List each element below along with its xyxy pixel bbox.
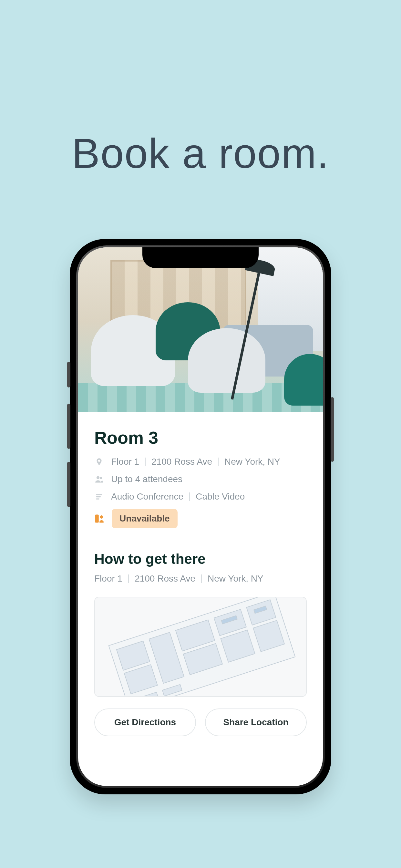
phone-screen: Room 3 Floor 1 2100 Ross Ave New York, N… xyxy=(78,247,323,786)
location-pin-icon xyxy=(94,457,104,467)
location-city: New York, NY xyxy=(208,574,264,584)
svg-point-1 xyxy=(100,477,102,479)
separator xyxy=(128,575,129,583)
separator xyxy=(201,575,202,583)
list-icon xyxy=(94,492,104,501)
room-amenities-row: Audio Conference Cable Video xyxy=(94,492,307,502)
amenity-item: Cable Video xyxy=(196,492,245,502)
room-title: Room 3 xyxy=(94,428,307,447)
svg-rect-3 xyxy=(96,496,101,497)
floorplan-map[interactable] xyxy=(94,597,307,697)
amenity-item: Audio Conference xyxy=(111,492,183,502)
get-directions-button[interactable]: Get Directions xyxy=(94,709,196,736)
phone-side-button xyxy=(67,462,70,507)
directions-heading: How to get there xyxy=(94,551,307,567)
room-status-row: Unavailable xyxy=(94,509,307,528)
room-capacity-row: Up to 4 attendees xyxy=(94,474,307,485)
location-city: New York, NY xyxy=(224,457,280,467)
svg-rect-5 xyxy=(95,515,99,523)
room-details: Room 3 Floor 1 2100 Ross Ave New York, N… xyxy=(78,412,323,736)
svg-rect-2 xyxy=(96,494,102,495)
separator xyxy=(218,458,219,466)
location-floor: Floor 1 xyxy=(94,574,122,584)
directions-actions: Get Directions Share Location xyxy=(94,709,307,736)
marketing-headline: Book a room. xyxy=(0,129,401,178)
share-location-button[interactable]: Share Location xyxy=(205,709,307,736)
room-location-row: Floor 1 2100 Ross Ave New York, NY xyxy=(94,457,307,467)
separator xyxy=(189,492,190,501)
separator xyxy=(145,458,146,466)
status-badge: Unavailable xyxy=(112,509,178,528)
capacity-text: Up to 4 attendees xyxy=(111,474,182,485)
svg-point-0 xyxy=(96,476,99,479)
svg-rect-4 xyxy=(96,498,99,499)
location-address: 2100 Ross Ave xyxy=(135,574,195,584)
phone-notch xyxy=(143,247,258,268)
phone-side-button xyxy=(67,404,70,449)
phone-side-button xyxy=(67,362,70,388)
people-icon xyxy=(94,474,104,484)
phone-side-button xyxy=(331,397,334,462)
room-photo xyxy=(78,247,323,412)
availability-icon xyxy=(94,514,104,523)
location-address: 2100 Ross Ave xyxy=(151,457,212,467)
svg-point-6 xyxy=(100,516,103,519)
location-floor: Floor 1 xyxy=(111,457,139,467)
phone-frame: Room 3 Floor 1 2100 Ross Ave New York, N… xyxy=(70,239,331,795)
directions-location-row: Floor 1 2100 Ross Ave New York, NY xyxy=(94,574,307,584)
